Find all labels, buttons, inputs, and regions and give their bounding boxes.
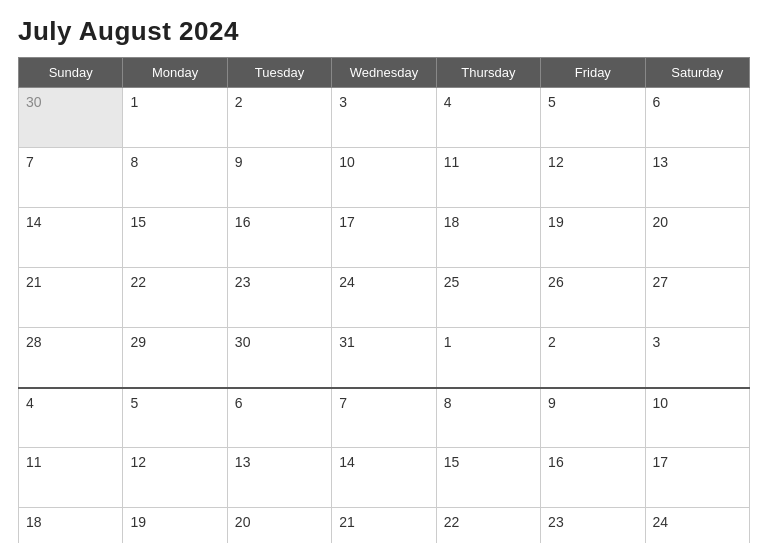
calendar-day-cell: 20 (645, 208, 749, 268)
calendar-day-cell: 29 (123, 328, 227, 388)
calendar-day-cell: 5 (123, 388, 227, 448)
calendar-day-cell: 11 (19, 448, 123, 508)
calendar-day-cell: 6 (645, 88, 749, 148)
calendar-day-cell: 24 (645, 508, 749, 544)
day-of-week-header: Sunday (19, 58, 123, 88)
calendar-day-cell: 5 (541, 88, 645, 148)
calendar-day-cell: 23 (541, 508, 645, 544)
calendar-day-cell: 10 (645, 388, 749, 448)
calendar-week-row: 11121314151617 (19, 448, 750, 508)
calendar-day-cell: 26 (541, 268, 645, 328)
calendar-day-cell: 24 (332, 268, 436, 328)
calendar-day-cell: 13 (645, 148, 749, 208)
calendar-day-cell: 27 (645, 268, 749, 328)
calendar-day-cell: 2 (541, 328, 645, 388)
calendar-day-cell: 30 (19, 88, 123, 148)
day-of-week-header: Wednesday (332, 58, 436, 88)
calendar-day-cell: 4 (19, 388, 123, 448)
day-of-week-header: Friday (541, 58, 645, 88)
calendar-day-cell: 11 (436, 148, 540, 208)
calendar-week-row: 18192021222324 (19, 508, 750, 544)
calendar-day-cell: 12 (541, 148, 645, 208)
calendar-day-cell: 31 (332, 328, 436, 388)
calendar-day-cell: 19 (541, 208, 645, 268)
calendar-day-cell: 22 (436, 508, 540, 544)
calendar-week-row: 78910111213 (19, 148, 750, 208)
calendar-day-cell: 30 (227, 328, 331, 388)
calendar-day-cell: 10 (332, 148, 436, 208)
calendar-day-cell: 19 (123, 508, 227, 544)
calendar-day-cell: 3 (645, 328, 749, 388)
calendar-day-cell: 12 (123, 448, 227, 508)
calendar-day-cell: 21 (19, 268, 123, 328)
calendar-day-cell: 21 (332, 508, 436, 544)
calendar-day-cell: 4 (436, 88, 540, 148)
calendar-day-cell: 14 (19, 208, 123, 268)
calendar-day-cell: 25 (436, 268, 540, 328)
calendar-day-cell: 18 (19, 508, 123, 544)
calendar-day-cell: 9 (227, 148, 331, 208)
calendar-day-cell: 17 (332, 208, 436, 268)
calendar-day-cell: 1 (436, 328, 540, 388)
calendar-week-row: 30123456 (19, 88, 750, 148)
calendar-day-cell: 7 (19, 148, 123, 208)
day-of-week-header: Thursday (436, 58, 540, 88)
calendar-day-cell: 1 (123, 88, 227, 148)
calendar-day-cell: 6 (227, 388, 331, 448)
calendar-day-cell: 15 (123, 208, 227, 268)
calendar-day-cell: 22 (123, 268, 227, 328)
calendar-week-row: 21222324252627 (19, 268, 750, 328)
calendar-day-cell: 18 (436, 208, 540, 268)
calendar-day-cell: 17 (645, 448, 749, 508)
calendar-week-row: 14151617181920 (19, 208, 750, 268)
calendar-day-cell: 13 (227, 448, 331, 508)
calendar-day-cell: 20 (227, 508, 331, 544)
calendar-day-cell: 2 (227, 88, 331, 148)
calendar-day-cell: 8 (436, 388, 540, 448)
day-of-week-header: Saturday (645, 58, 749, 88)
day-of-week-header: Tuesday (227, 58, 331, 88)
calendar-day-cell: 16 (227, 208, 331, 268)
calendar-day-cell: 3 (332, 88, 436, 148)
calendar-title: July August 2024 (18, 16, 750, 47)
calendar-week-row: 28293031123 (19, 328, 750, 388)
calendar-day-cell: 16 (541, 448, 645, 508)
calendar-day-cell: 14 (332, 448, 436, 508)
calendar-day-cell: 8 (123, 148, 227, 208)
calendar-day-cell: 23 (227, 268, 331, 328)
day-of-week-header: Monday (123, 58, 227, 88)
calendar-day-cell: 15 (436, 448, 540, 508)
calendar-day-cell: 28 (19, 328, 123, 388)
calendar-week-row: 45678910 (19, 388, 750, 448)
calendar-day-cell: 7 (332, 388, 436, 448)
calendar-day-cell: 9 (541, 388, 645, 448)
calendar-table: SundayMondayTuesdayWednesdayThursdayFrid… (18, 57, 750, 543)
